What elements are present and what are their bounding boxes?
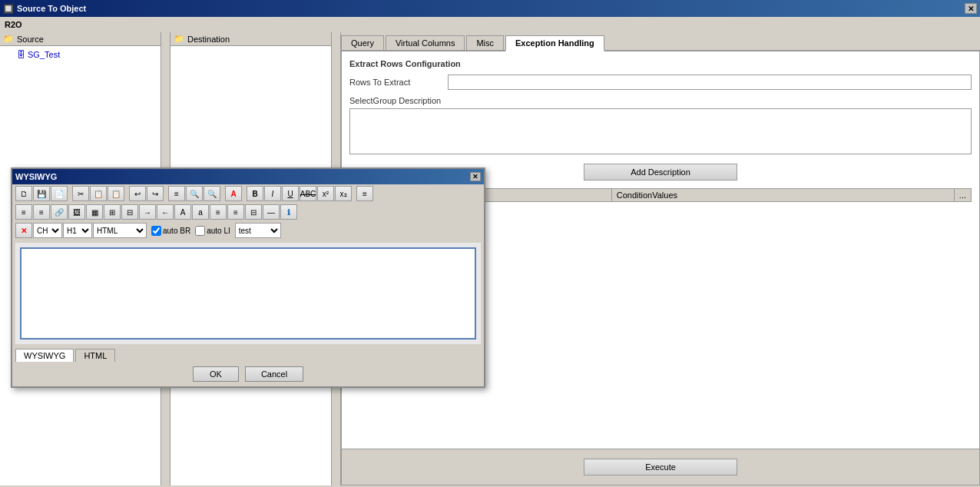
tb-outdent-btn[interactable]: ← [157, 204, 174, 220]
source-header: 📁 Source [0, 32, 161, 46]
tb-new-btn[interactable]: 🗋 [15, 186, 32, 201]
add-description-button[interactable]: Add Description [584, 164, 737, 181]
sg-test-label: SG_Test [28, 50, 60, 59]
tb-save-btn[interactable]: 💾 [33, 186, 50, 201]
tb-insertal-btn[interactable]: a [192, 204, 209, 220]
cancel-button[interactable]: Cancel [245, 366, 303, 382]
wysiwyg-title-label: WYSIWYG [15, 172, 57, 181]
wysiwyg-footer: OK Cancel [12, 362, 484, 386]
tb-link-btn[interactable]: 🔗 [51, 204, 68, 220]
tree-area: 🗄 SG_Test [0, 46, 161, 63]
tb-redo-btn[interactable]: ↪ [147, 186, 164, 201]
condition-extra-header: ... [954, 189, 971, 202]
style-select[interactable]: test [235, 223, 281, 238]
tb-open-btn[interactable]: 📄 [51, 186, 68, 201]
h1-select[interactable]: H1 [63, 223, 92, 238]
auto-li-checkbox[interactable]: auto LI [195, 226, 230, 236]
desc-textarea[interactable] [349, 108, 972, 154]
wysiwyg-editor[interactable] [20, 247, 476, 340]
tb-cut-btn[interactable]: ✂ [72, 186, 89, 201]
tb-blockquote-btn[interactable]: ≡ [356, 186, 373, 201]
tb-copy-btn[interactable]: 📋 [90, 186, 107, 201]
tab-bar: Query Virtual Columns Misc Exception Han… [341, 32, 980, 51]
execute-bar: Execute [342, 449, 979, 485]
source-label: Source [17, 35, 44, 44]
tb-underline-btn[interactable]: U [282, 186, 299, 201]
tb-ul-btn[interactable]: ≡ [210, 204, 227, 220]
ch-select[interactable]: CH [33, 223, 62, 238]
main-window: 🔲 Source To Object ✕ R2O 📁 Source 🗄 SG_T… [0, 0, 980, 487]
tab-exception-handling[interactable]: Exception Handling [505, 35, 604, 51]
wysiwyg-bottom-tabs: WYSIWYG HTML [12, 347, 484, 362]
wysiwyg-toolbar-row2: ≡ ≡ 🔗 🖼 ▦ ⊞ ⊟ → ← A a ≡ ≡ ⊟ — ℹ [12, 203, 484, 221]
tb-fontcolor-btn[interactable]: A [225, 186, 242, 201]
tb-paste-btn[interactable]: 📋 [108, 186, 124, 201]
tb-image-btn[interactable]: 🖼 [68, 204, 85, 220]
tab-query[interactable]: Query [341, 35, 384, 50]
wysiwyg-dialog: WYSIWYG ✕ 🗋 💾 📄 ✂ 📋 📋 ↩ ↪ ≡ 🔍 🔍 A B I U [11, 167, 485, 388]
tab-html[interactable]: HTML [75, 349, 115, 362]
tb-ol-btn[interactable]: ≡ [227, 204, 244, 220]
rows-to-extract-row: Rows To Extract [349, 75, 972, 90]
window-title: Source To Object [17, 4, 86, 13]
tb-hr-btn[interactable]: — [263, 204, 280, 220]
ok-button[interactable]: OK [193, 366, 239, 382]
auto-br-checkbox[interactable]: auto BR [151, 226, 190, 236]
tb-superscript-btn[interactable]: x² [317, 186, 334, 201]
title-bar: 🔲 Source To Object ✕ [0, 0, 980, 17]
db-icon: 🗄 [17, 50, 25, 59]
tb-searchreplace-btn[interactable]: 🔍 [204, 186, 220, 201]
execute-button[interactable]: Execute [584, 459, 737, 475]
dest-folder-icon: 📁 [174, 34, 184, 44]
window-label: R2O [0, 17, 980, 32]
wysiwyg-toolbar-row1: 🗋 💾 📄 ✂ 📋 📋 ↩ ↪ ≡ 🔍 🔍 A B I U ABC x² x₂ … [12, 184, 484, 203]
tb-aligncenter-btn[interactable]: ≡ [33, 204, 50, 220]
tab-virtual-columns[interactable]: Virtual Columns [386, 35, 465, 50]
tb-alignleft-btn[interactable]: ≡ [15, 204, 32, 220]
html-select[interactable]: HTML [93, 223, 147, 238]
desc-section: SelectGroup Description [349, 96, 972, 156]
app-icon: 🔲 [3, 4, 14, 14]
destination-label: Destination [187, 35, 230, 44]
tb-strikethrough-btn[interactable]: ABC [300, 186, 316, 201]
tb-tableadd-btn[interactable]: ⊞ [104, 204, 121, 220]
tab-misc[interactable]: Misc [466, 35, 504, 50]
rows-to-extract-input[interactable] [448, 75, 972, 90]
destination-header: 📁 Destination [171, 32, 331, 46]
wysiwyg-close-button[interactable]: ✕ [470, 172, 481, 181]
wysiwyg-edit-area [15, 243, 481, 344]
tb-info-btn[interactable]: ℹ [280, 204, 297, 220]
tb-indent-btn[interactable]: → [139, 204, 156, 220]
tb-search-btn[interactable]: 🔍 [186, 186, 203, 201]
source-folder-icon: 📁 [3, 34, 14, 44]
tb-bold-btn[interactable]: B [247, 186, 263, 201]
section-title: Extract Rows Configuration [349, 59, 972, 68]
desc-label: SelectGroup Description [349, 96, 972, 105]
wysiwyg-title-bar: WYSIWYG ✕ [12, 169, 484, 184]
tb-align-btn[interactable]: ≡ [168, 186, 185, 201]
tb-table-btn[interactable]: ▦ [86, 204, 103, 220]
tb-remove-btn[interactable]: ⊟ [245, 204, 262, 220]
close-button[interactable]: ✕ [965, 3, 977, 14]
tb-italic-btn[interactable]: I [264, 186, 281, 201]
tb-inserta-btn[interactable]: A [174, 204, 191, 220]
tb-close-x-btn[interactable]: ✕ [15, 223, 32, 238]
tree-sg-test[interactable]: 🗄 SG_Test [15, 49, 157, 60]
rows-to-extract-label: Rows To Extract [349, 78, 442, 87]
condition-values-header: ConditionValues [611, 189, 954, 202]
tb-tableremove-btn[interactable]: ⊟ [121, 204, 138, 220]
tb-subscript-btn[interactable]: x₂ [335, 186, 352, 201]
tab-wysiwyg[interactable]: WYSIWYG [15, 349, 74, 362]
wysiwyg-toolbar-row3: ✕ CH H1 HTML auto BR auto LI test [12, 221, 484, 240]
tb-undo-btn[interactable]: ↩ [129, 186, 146, 201]
